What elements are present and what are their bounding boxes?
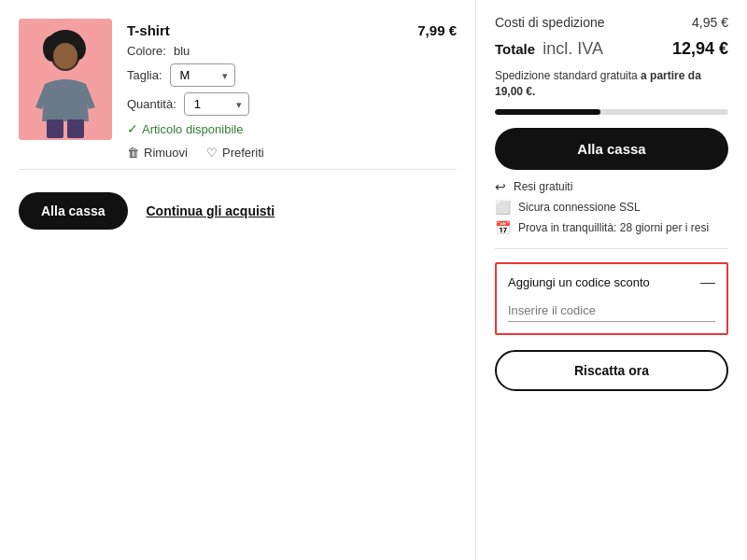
product-row: T-shirt 7,99 € Colore: blu Taglia: XS S … bbox=[19, 0, 457, 170]
main-checkout-button[interactable]: Alla cassa bbox=[495, 128, 728, 170]
discount-code-input[interactable] bbox=[508, 300, 715, 322]
discount-header: Aggiungi un codice sconto — bbox=[508, 275, 715, 290]
discount-section: Aggiungi un codice sconto — bbox=[495, 262, 728, 335]
qty-select[interactable]: 1 2 3 4 5 bbox=[184, 92, 249, 116]
shipping-progress-bar bbox=[495, 109, 728, 115]
product-color-attr: Colore: blu bbox=[127, 44, 457, 58]
product-price: 7,99 € bbox=[417, 22, 457, 38]
product-details: T-shirt 7,99 € Colore: blu Taglia: XS S … bbox=[127, 19, 457, 160]
returns-label: Resi gratuiti bbox=[514, 180, 572, 193]
trust-items: ↩ Resi gratuiti ⬜ Sicura connessione SSL… bbox=[495, 179, 728, 235]
iva-label: incl. IVA bbox=[543, 39, 603, 58]
shipping-row: Costi di spedizione 4,95 € bbox=[495, 15, 728, 30]
total-label: Totale incl. IVA bbox=[495, 39, 603, 59]
available-label: Articolo disponibile bbox=[142, 122, 243, 136]
checkout-button[interactable]: Alla cassa bbox=[19, 192, 128, 230]
product-size-attr: Taglia: XS S M L XL ▾ bbox=[127, 63, 457, 87]
product-name: T-shirt bbox=[127, 22, 170, 38]
svg-point-5 bbox=[53, 43, 78, 69]
shipping-label: Costi di spedizione bbox=[495, 15, 605, 30]
discount-title: Aggiungi un codice sconto bbox=[508, 275, 650, 289]
trash-icon: 🗑 bbox=[127, 146, 139, 160]
redeem-button[interactable]: Riscatta ora bbox=[495, 350, 728, 391]
bottom-actions: Alla cassa Continua gli acquisti bbox=[19, 170, 457, 230]
favorites-button[interactable]: ♡ Preferiti bbox=[206, 146, 264, 160]
qty-select-wrapper[interactable]: 1 2 3 4 5 ▾ bbox=[184, 92, 249, 116]
trial-label: Prova in tranquillità: 28 giorni per i r… bbox=[518, 221, 709, 234]
remove-label: Rimuovi bbox=[144, 146, 188, 160]
size-select-wrapper[interactable]: XS S M L XL ▾ bbox=[170, 63, 235, 87]
trust-trial: 📅 Prova in tranquillità: 28 giorni per i… bbox=[495, 220, 728, 235]
left-panel: T-shirt 7,99 € Colore: blu Taglia: XS S … bbox=[0, 0, 476, 560]
continue-shopping-button[interactable]: Continua gli acquisti bbox=[147, 203, 275, 218]
favorites-label: Preferiti bbox=[222, 146, 264, 160]
trust-ssl: ⬜ Sicura connessione SSL bbox=[495, 200, 728, 215]
svg-rect-7 bbox=[67, 119, 84, 138]
product-actions: 🗑 Rimuovi ♡ Preferiti bbox=[127, 146, 457, 160]
product-qty-attr: Quantità: 1 2 3 4 5 ▾ bbox=[127, 92, 457, 116]
total-row: Totale incl. IVA 12,94 € bbox=[495, 39, 728, 59]
ssl-label: Sicura connessione SSL bbox=[518, 201, 641, 214]
divider bbox=[495, 248, 728, 249]
size-select[interactable]: XS S M L XL bbox=[170, 63, 235, 87]
heart-icon: ♡ bbox=[206, 146, 218, 160]
svg-rect-6 bbox=[47, 119, 63, 138]
trust-returns: ↩ Resi gratuiti bbox=[495, 179, 728, 194]
discount-toggle-button[interactable]: — bbox=[700, 275, 715, 290]
returns-icon: ↩ bbox=[495, 179, 506, 194]
right-panel: Costi di spedizione 4,95 € Totale incl. … bbox=[476, 0, 747, 560]
progress-bar-fill bbox=[495, 109, 600, 115]
check-icon: ✓ bbox=[127, 121, 138, 136]
total-value: 12,94 € bbox=[672, 39, 728, 59]
ssl-icon: ⬜ bbox=[495, 200, 511, 215]
qty-label: Quantità: bbox=[127, 97, 176, 111]
product-image bbox=[19, 19, 112, 140]
shipping-value: 4,95 € bbox=[692, 15, 728, 30]
color-label: Colore: bbox=[127, 44, 166, 58]
remove-button[interactable]: 🗑 Rimuovi bbox=[127, 146, 188, 160]
shipping-note: Spedizione standard gratuita a partire d… bbox=[495, 68, 728, 100]
available-status: ✓ Articolo disponibile bbox=[127, 121, 457, 136]
color-value: blu bbox=[174, 44, 190, 58]
calendar-icon: 📅 bbox=[495, 220, 511, 235]
size-label: Taglia: bbox=[127, 68, 162, 82]
